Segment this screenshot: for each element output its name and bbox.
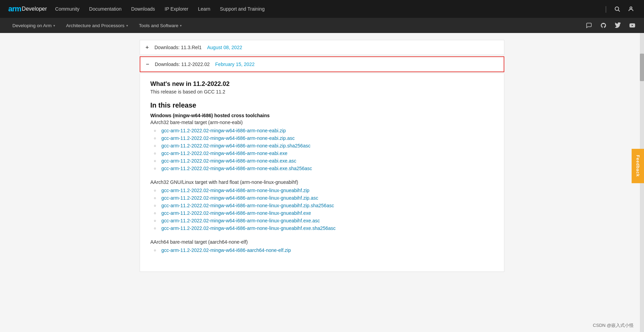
file-link-11[interactable]: gcc-arm-11.2-2022.02-mingw-w64-i686-arm-…	[161, 218, 320, 223]
search-button[interactable]	[612, 4, 622, 14]
version-row-v11-3[interactable]: + Downloads: 11.3.Rel1 August 08, 2022	[140, 40, 504, 55]
top-nav: arm Developer Community Documentation Do…	[0, 0, 644, 18]
nav-item-architecture-processors[interactable]: Architecture and Processors ▾	[61, 19, 133, 32]
file-link-7[interactable]: gcc-arm-11.2-2022.02-mingw-w64-i686-arm-…	[161, 188, 309, 193]
nav-item-downloads[interactable]: Downloads	[131, 6, 155, 12]
youtube-icon	[629, 22, 635, 29]
file-link-8[interactable]: gcc-arm-11.2-2022.02-mingw-w64-i686-arm-…	[161, 195, 318, 201]
top-nav-right: |	[604, 4, 636, 14]
scrollbar-thumb[interactable]	[640, 54, 644, 81]
version-label-v11-3: Downloads: 11.3.Rel1	[154, 45, 202, 50]
target-desc-aarch32-eabi: AArch32 bare-metal target (arm-none-eabi…	[150, 120, 494, 125]
second-nav-right	[584, 21, 637, 30]
nav-link-developing-on-arm[interactable]: Developing on Arm ▾	[7, 19, 61, 32]
file-link-9[interactable]: gcc-arm-11.2-2022.02-mingw-w64-i686-arm-…	[161, 203, 334, 208]
file-link-12[interactable]: gcc-arm-11.2-2022.02-mingw-w64-i686-arm-…	[161, 225, 336, 231]
feedback-button[interactable]: Feedback	[632, 149, 644, 183]
chevron-down-icon: ▾	[180, 24, 182, 27]
top-nav-left: arm Developer Community Documentation Do…	[8, 4, 265, 13]
list-item: gcc-arm-11.2-2022.02-mingw-w64-i686-arm-…	[154, 135, 494, 141]
target-desc-gnulinux: AArch32 GNU/Linux target with hard float…	[150, 179, 494, 185]
nav-link-community[interactable]: Community	[55, 6, 79, 12]
collapse-icon: −	[146, 61, 151, 67]
nav-link-downloads[interactable]: Downloads	[131, 6, 155, 12]
list-item: gcc-arm-11.2-2022.02-mingw-w64-i686-arm-…	[154, 203, 494, 208]
file-link-4[interactable]: gcc-arm-11.2-2022.02-mingw-w64-i686-arm-…	[161, 151, 288, 156]
watermark: CSDN @嵌入式小怪	[593, 322, 634, 329]
file-link-2[interactable]: gcc-arm-11.2-2022.02-mingw-w64-i686-arm-…	[161, 135, 295, 141]
nav-link-ip-explorer[interactable]: IP Explorer	[165, 6, 189, 12]
release-subtitle: This release is based on GCC 11.2	[150, 89, 494, 95]
content-wrapper: + Downloads: 11.3.Rel1 August 08, 2022 −…	[133, 40, 511, 272]
file-link-13[interactable]: gcc-arm-11.2-2022.02-mingw-w64-i686-aarc…	[161, 247, 291, 253]
file-list-aarch32-eabi: gcc-arm-11.2-2022.02-mingw-w64-i686-arm-…	[150, 128, 494, 171]
version-date-v11-2: February 15, 2022	[215, 62, 255, 67]
target-desc-aarch64: AArch64 bare-metal target (aarch64-none-…	[150, 239, 494, 245]
file-list-aarch64: gcc-arm-11.2-2022.02-mingw-w64-i686-aarc…	[150, 247, 494, 253]
in-this-release-heading: In this release	[150, 101, 494, 109]
list-item: gcc-arm-11.2-2022.02-mingw-w64-i686-arm-…	[154, 195, 494, 201]
nav-item-developing-on-arm[interactable]: Developing on Arm ▾	[7, 19, 61, 32]
file-link-5[interactable]: gcc-arm-11.2-2022.02-mingw-w64-i686-arm-…	[161, 158, 296, 164]
chat-icon	[586, 22, 592, 29]
chevron-down-icon: ▾	[53, 24, 55, 27]
twitter-icon	[615, 22, 621, 29]
twitter-icon-button[interactable]	[613, 21, 623, 30]
list-item: gcc-arm-11.2-2022.02-mingw-w64-i686-aarc…	[154, 247, 494, 253]
search-icon	[614, 6, 620, 12]
target-section-aarch64: AArch64 bare-metal target (aarch64-none-…	[150, 239, 494, 253]
file-link-1[interactable]: gcc-arm-11.2-2022.02-mingw-w64-i686-arm-…	[161, 128, 286, 133]
youtube-icon-button[interactable]	[627, 21, 637, 30]
main-content: + Downloads: 11.3.Rel1 August 08, 2022 −…	[0, 33, 644, 332]
nav-link-tools-software[interactable]: Tools and Software ▾	[133, 19, 187, 32]
github-icon	[600, 22, 607, 29]
list-item: gcc-arm-11.2-2022.02-mingw-w64-i686-arm-…	[154, 218, 494, 223]
file-link-6[interactable]: gcc-arm-11.2-2022.02-mingw-w64-i686-arm-…	[161, 166, 312, 171]
release-title: What's new in 11.2-2022.02	[150, 80, 494, 88]
list-item: gcc-arm-11.2-2022.02-mingw-w64-i686-arm-…	[154, 166, 494, 171]
chat-icon-button[interactable]	[584, 21, 594, 30]
svg-line-1	[618, 10, 620, 11]
nav-link-architecture-processors[interactable]: Architecture and Processors ▾	[61, 19, 133, 32]
version-row-v11-2[interactable]: − Downloads: 11.2-2022.02 February 15, 2…	[140, 56, 504, 72]
release-content: What's new in 11.2-2022.02 This release …	[140, 74, 504, 272]
target-section-windows: Windows (mingw-w64-i686) hosted cross to…	[150, 113, 494, 171]
list-item: gcc-arm-11.2-2022.02-mingw-w64-i686-arm-…	[154, 188, 494, 193]
target-subtitle-windows: Windows (mingw-w64-i686) hosted cross to…	[150, 113, 494, 118]
nav-item-tools-software[interactable]: Tools and Software ▾	[133, 19, 187, 32]
github-icon-button[interactable]	[599, 21, 608, 30]
expand-icon: +	[146, 44, 151, 51]
list-item: gcc-arm-11.2-2022.02-mingw-w64-i686-arm-…	[154, 225, 494, 231]
file-link-3[interactable]: gcc-arm-11.2-2022.02-mingw-w64-i686-arm-…	[161, 143, 310, 148]
version-date-v11-3: August 08, 2022	[207, 45, 242, 50]
nav-item-ip-explorer[interactable]: IP Explorer	[165, 6, 189, 12]
file-link-10[interactable]: gcc-arm-11.2-2022.02-mingw-w64-i686-arm-…	[161, 210, 311, 216]
user-button[interactable]	[626, 4, 636, 14]
nav-divider: |	[605, 5, 607, 13]
list-item: gcc-arm-11.2-2022.02-mingw-w64-i686-arm-…	[154, 151, 494, 156]
nav-link-documentation[interactable]: Documentation	[89, 6, 121, 12]
chevron-down-icon: ▾	[126, 24, 128, 27]
arm-logo-dev: Developer	[22, 6, 47, 12]
second-nav: Developing on Arm ▾ Architecture and Pro…	[0, 18, 644, 33]
svg-point-2	[630, 7, 632, 9]
svg-point-0	[615, 7, 619, 11]
second-nav-links: Developing on Arm ▾ Architecture and Pro…	[7, 19, 187, 32]
top-nav-links: Community Documentation Downloads IP Exp…	[55, 6, 265, 12]
list-item: gcc-arm-11.2-2022.02-mingw-w64-i686-arm-…	[154, 210, 494, 216]
target-section-gnulinux: AArch32 GNU/Linux target with hard float…	[150, 179, 494, 231]
list-item: gcc-arm-11.2-2022.02-mingw-w64-i686-arm-…	[154, 143, 494, 148]
nav-item-support-training[interactable]: Support and Training	[220, 6, 265, 12]
nav-link-learn[interactable]: Learn	[198, 6, 211, 12]
file-list-gnulinux: gcc-arm-11.2-2022.02-mingw-w64-i686-arm-…	[150, 188, 494, 231]
version-label-v11-2: Downloads: 11.2-2022.02	[155, 62, 210, 67]
list-item: gcc-arm-11.2-2022.02-mingw-w64-i686-arm-…	[154, 128, 494, 133]
nav-item-community[interactable]: Community	[55, 6, 79, 12]
nav-item-documentation[interactable]: Documentation	[89, 6, 121, 12]
arm-logo-arm: arm	[8, 4, 21, 13]
list-item: gcc-arm-11.2-2022.02-mingw-w64-i686-arm-…	[154, 158, 494, 164]
user-icon	[628, 6, 634, 12]
nav-link-support-training[interactable]: Support and Training	[220, 6, 265, 12]
arm-logo[interactable]: arm Developer	[8, 4, 47, 13]
nav-item-learn[interactable]: Learn	[198, 6, 211, 12]
